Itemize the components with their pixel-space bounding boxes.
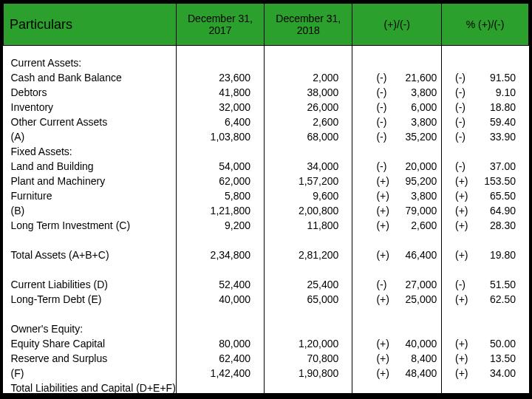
value-2017: 32,000 [177,100,264,115]
blank-cell [265,381,352,395]
value-diff: (+)48,400 [352,366,441,381]
section-label: Fixed Assets: [4,144,176,159]
value-2017: 6,400 [177,115,264,129]
value-pct: (-)37.00 [442,159,528,174]
blank-row [352,233,441,248]
value-2018: 2,000 [265,70,352,85]
value-2018: 1,20,000 [265,336,352,351]
col-pct: % (+)/(-) [442,4,529,46]
value-pct: (+)34.00 [442,366,528,381]
balance-sheet-table: Particulars December 31, 2017 December 3… [3,3,529,399]
value-2018: 38,000 [265,85,352,100]
row-label: Plant and Machinery [4,174,176,188]
row-label: Long-Term Debt (E) [4,292,176,307]
blank-row [177,262,264,277]
value-2017: 2,34,800 [177,395,264,399]
value-2017: 41,800 [177,85,264,100]
blank-cell [4,395,176,399]
row-label: Cash and Bank Balance [4,70,176,85]
value-2017: 54,000 [177,159,264,174]
value-2017: 40,000 [177,292,264,307]
blank-row [177,233,264,248]
blank-cell [352,144,441,159]
value-pct: (+)62.50 [442,292,528,307]
blank-row [442,262,528,277]
blank-cell [265,144,352,159]
value-2017: 2,34,800 [177,248,264,262]
blank-cell [352,55,441,70]
blank-cell [265,55,352,70]
value-pct: (+)28.30 [442,218,528,233]
value-2018: 2,600 [265,115,352,129]
value-2018: 65,000 [265,292,352,307]
value-diff: (-)35,200 [352,129,441,144]
row-label: (F) [4,366,176,381]
blank-cell [442,144,528,159]
value-pct: (-)18.80 [442,100,528,115]
value-pct: (-) 9.10 [442,85,528,100]
value-diff: (-)27,000 [352,277,441,292]
value-diff: (+) 8,400 [352,351,441,366]
row-label: (A) [4,129,176,144]
blank-cell [352,321,441,336]
value-diff: (+)40,000 [352,336,441,351]
value-pct: (+)19.80 [442,248,528,262]
value-2018: 25,400 [265,277,352,292]
value-diff: (-) 3,800 [352,85,441,100]
row-label: Land and Building [4,159,176,174]
blank-cell [442,55,528,70]
value-2018: 1,57,200 [265,174,352,188]
value-2018: 1,90,800 [265,366,352,381]
value-pct: (+)64.90 [442,203,528,218]
value-2017: 23,600 [177,70,264,85]
value-2018: 68,000 [265,129,352,144]
blank-row [352,262,441,277]
row-label: Reserve and Surplus [4,351,176,366]
value-2018: 34,000 [265,159,352,174]
blank-cell [177,381,264,395]
value-2018: 2,00,800 [265,203,352,218]
row-label: Other Current Assets [4,115,176,129]
blank-row [265,262,352,277]
blank-cell [352,381,441,395]
value-diff: (+)95,200 [352,174,441,188]
value-2018: 2,81,200 [265,248,352,262]
value-pct: (+)19.80 [442,395,528,399]
row-label: Current Liabilities (D) [4,277,176,292]
blank-row [442,307,528,321]
blank-cell [442,381,528,395]
blank-row [265,233,352,248]
blank-cell [265,321,352,336]
section-label: Owner's Equity: [4,321,176,336]
value-diff: (+) 2,600 [352,218,441,233]
value-diff: (+)25,000 [352,292,441,307]
col-diff: (+)/(-) [352,4,442,46]
blank-row [4,262,176,277]
value-diff: (-) 6,000 [352,100,441,115]
value-diff: (+)79,000 [352,203,441,218]
col-particulars: Particulars [4,4,177,46]
blank-row [4,307,176,321]
sheet: Particulars December 31, 2017 December 3… [3,3,529,393]
value-2018: 2,81,200 [265,395,352,399]
value-diff: (+) 3,800 [352,188,441,203]
row-label: Long Term Investment (C) [4,218,176,233]
blank-row [177,307,264,321]
blank-row [265,307,352,321]
value-pct: (-)59.40 [442,115,528,129]
value-2017: 1,21,800 [177,203,264,218]
value-2017: 5,800 [177,188,264,203]
value-pct: (+)65.50 [442,188,528,203]
blank-row [352,307,441,321]
value-pct: (+)13.50 [442,351,528,366]
blank-cell [177,144,264,159]
section-label: Current Assets: [4,55,176,70]
header-row: Particulars December 31, 2017 December 3… [4,4,529,46]
blank-cell [177,55,264,70]
row-label: Total Liabilities and Capital (D+E+F) [4,381,176,395]
row-label: Debtors [4,85,176,100]
blank-cell [442,321,528,336]
page: Particulars December 31, 2017 December 3… [0,0,532,399]
value-2017: 80,000 [177,336,264,351]
value-diff: (-)20,000 [352,159,441,174]
